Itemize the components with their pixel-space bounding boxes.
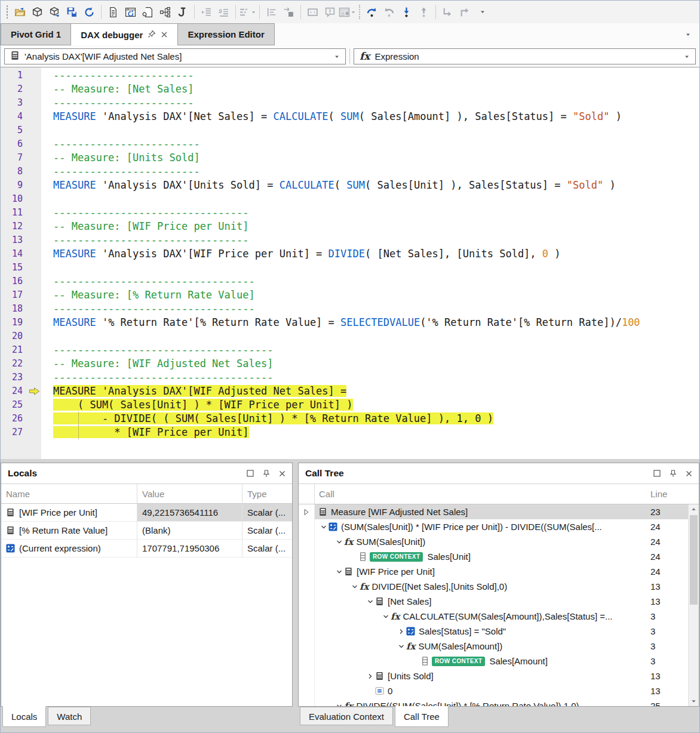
editor-line-20[interactable]: 20	[1, 329, 699, 343]
locals-row-type[interactable]: Scalar (...	[242, 504, 292, 522]
refresh-button[interactable]	[81, 4, 98, 20]
expression-combobox[interactable]: fx Expression	[354, 48, 696, 64]
chevron-down-icon[interactable]	[334, 702, 344, 707]
maximize-icon[interactable]	[653, 470, 661, 477]
calltree-row[interactable]: fxCALCULATE(SUM(Sales[Amount]),Sales[Sta…	[299, 609, 699, 624]
document-button[interactable]	[105, 4, 122, 20]
locals-row-type[interactable]: Scalar (...	[242, 522, 292, 540]
toolbar-more-button[interactable]	[474, 4, 491, 20]
editor-line-7[interactable]: 7-- Measure: [Units Sold]	[1, 151, 699, 165]
tab-expression-editor[interactable]: Expression Editor	[178, 23, 274, 45]
locals-row-name[interactable]: (Current expression)	[1, 540, 137, 558]
calltree-row[interactable]: fxSUM(Sales[Unit])24	[299, 534, 699, 549]
editor-line-8[interactable]: 8------------------------	[1, 165, 699, 178]
locals-row-value[interactable]: 49,2215736541116	[137, 504, 242, 522]
editor-line-5[interactable]: 5	[1, 124, 699, 137]
deploy-model-button[interactable]	[46, 4, 63, 20]
comment-button[interactable]	[321, 4, 339, 20]
tab-pivot-grid-1[interactable]: Pivot Grid 1	[1, 23, 71, 45]
editor-line-23[interactable]: 23------------------------------------	[1, 371, 699, 384]
indent-button[interactable]	[198, 4, 215, 20]
tab-call-tree[interactable]: Call Tree	[395, 706, 449, 727]
step-over-button[interactable]	[363, 4, 380, 20]
save-button[interactable]	[63, 4, 81, 20]
editor-line-21[interactable]: 21------------------------------------	[1, 343, 699, 357]
locals-row-name[interactable]: [% Return Rate Value]	[1, 522, 137, 540]
scrollbar-thumb[interactable]	[690, 515, 698, 605]
pin-icon[interactable]	[670, 470, 677, 478]
scroll-down-icon[interactable]	[689, 696, 699, 706]
chevron-down-icon[interactable]	[684, 51, 690, 61]
step-into-button[interactable]	[398, 4, 415, 20]
calltree-row[interactable]: fxSUM(Sales[Amount])3	[299, 639, 699, 654]
tab-locals[interactable]: Locals	[2, 706, 46, 727]
editor-line-25[interactable]: 25 ( SUM( Sales[Unit] ) * [WIF Price per…	[1, 398, 699, 412]
step-out-button[interactable]	[415, 4, 432, 20]
editor-line-15[interactable]: 15	[1, 261, 699, 275]
column-header-type[interactable]: Type	[242, 484, 292, 504]
chevron-down-icon[interactable]	[365, 598, 375, 606]
window-layout-button[interactable]	[339, 4, 356, 20]
chevron-right-icon[interactable]	[365, 672, 375, 680]
tab-list-caret-icon[interactable]	[677, 23, 699, 45]
editor-line-19[interactable]: 19MEASURE '% Return Rate'[% Return Rate …	[1, 316, 699, 329]
close-icon[interactable]	[279, 470, 285, 477]
column-header-line[interactable]: Line	[646, 484, 689, 504]
chevron-down-icon[interactable]	[396, 642, 406, 651]
refresh-grid-button[interactable]	[122, 4, 139, 20]
editor-line-22[interactable]: 22-- Measure: [WIF Adjusted Net Sales]	[1, 357, 699, 371]
editor-line-16[interactable]: 16---------------------------------	[1, 275, 699, 288]
locals-row-value[interactable]: 1707791,71950306	[137, 540, 242, 558]
script-button[interactable]	[174, 4, 191, 20]
locals-row-type[interactable]: Scalar (...	[242, 540, 292, 558]
editor-line-10[interactable]: 10	[1, 192, 699, 206]
calltree-row[interactable]: [Net Sales]13	[299, 594, 699, 609]
editor-line-24[interactable]: 24MEASURE 'Analysis DAX'[WIF Adjusted Ne…	[1, 384, 699, 398]
calltree-row[interactable]: fxDIVIDE((SUM(Sales[Unit]) * [% Return R…	[299, 698, 699, 706]
editor-line-12[interactable]: 12-- Measure: [WIF Price per Unit]	[1, 220, 699, 233]
open-button[interactable]	[11, 4, 29, 20]
editor-line-1[interactable]: 1-----------------------	[1, 69, 699, 82]
editor-line-13[interactable]: 13--------------------------------	[1, 233, 699, 247]
chevron-down-icon[interactable]	[334, 568, 344, 576]
calltree-row[interactable]: [Units Sold]13	[299, 669, 699, 683]
goto-definition-button[interactable]	[280, 4, 297, 20]
editor-line-11[interactable]: 11--------------------------------	[1, 206, 699, 220]
column-header-value[interactable]: Value	[137, 484, 242, 504]
close-icon[interactable]	[161, 30, 168, 40]
pin-icon[interactable]	[148, 30, 156, 40]
editor-line-4[interactable]: 4MEASURE 'Analysis DAX'[Net Sales] = CAL…	[1, 110, 699, 124]
column-header-call[interactable]: Call	[315, 484, 646, 504]
chevron-down-icon[interactable]	[349, 583, 360, 591]
editor-line-3[interactable]: 3-----------------------	[1, 96, 699, 110]
locals-row-value[interactable]: (Blank)	[137, 522, 242, 540]
tab-dax-debugger[interactable]: DAX debugger	[71, 23, 178, 45]
calltree-row[interactable]: Measure [WIF Adjusted Net Sales]23	[299, 504, 699, 519]
run-to-cursor-button[interactable]	[439, 4, 456, 20]
tab-evaluation-context[interactable]: Evaluation Context	[300, 707, 393, 725]
editor-line-9[interactable]: 9MEASURE 'Analysis DAX'[Units Sold] = CA…	[1, 178, 699, 192]
calltree-row[interactable]: ROW CONTEXTSales[Amount]3	[299, 654, 699, 669]
calltree-row[interactable]: 013	[299, 683, 699, 698]
scroll-up-icon[interactable]	[689, 504, 699, 515]
calltree-row[interactable]: (SUM(Sales[Unit]) * [WIF Price per Unit]…	[299, 519, 699, 534]
watch-window-button[interactable]	[304, 4, 321, 20]
close-icon[interactable]	[686, 470, 692, 477]
chevron-down-icon[interactable]	[380, 612, 391, 621]
calltree-row[interactable]: fxDIVIDE([Net Sales],[Units Sold],0)13	[299, 579, 699, 594]
chevron-right-icon[interactable]	[396, 627, 406, 636]
step-back-button[interactable]	[380, 4, 398, 20]
chevron-down-icon[interactable]	[334, 538, 344, 546]
code-editor[interactable]: 1-----------------------2-- Measure: [Ne…	[1, 67, 699, 459]
chevron-down-icon[interactable]	[334, 51, 340, 61]
line-options-button[interactable]	[239, 4, 256, 20]
calltree-row[interactable]: [WIF Price per Unit]24	[299, 564, 699, 579]
editor-line-27[interactable]: 27 * [WIF Price per Unit]	[1, 426, 699, 439]
model-button[interactable]	[29, 4, 46, 20]
editor-line-17[interactable]: 17-- Measure: [% Return Rate Value]	[1, 288, 699, 302]
editor-line-6[interactable]: 6------------------------	[1, 137, 699, 151]
measure-combobox[interactable]: 'Analysis DAX'[WIF Adjusted Net Sales]	[4, 48, 346, 64]
hierarchy-button[interactable]	[156, 4, 174, 20]
vertical-scrollbar[interactable]	[688, 504, 699, 706]
export-results-button[interactable]	[456, 4, 474, 20]
